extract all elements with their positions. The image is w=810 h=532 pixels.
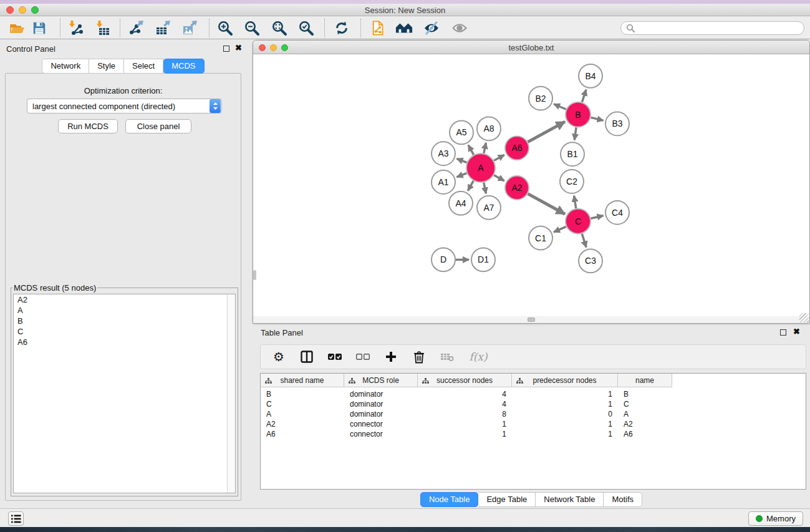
graph-edge-A-A6[interactable] xyxy=(494,155,504,160)
control-panel-close-icon[interactable]: ✖ xyxy=(235,45,242,51)
horizontal-scrollbar[interactable] xyxy=(253,316,809,323)
graph-edge-B-B3[interactable] xyxy=(591,117,603,120)
graph-node-A[interactable]: A xyxy=(466,153,495,182)
save-session-icon[interactable] xyxy=(31,19,48,37)
column-header-successor-nodes[interactable]: successor nodes xyxy=(418,374,512,387)
table-cell[interactable]: C xyxy=(261,400,344,409)
column-header-name[interactable]: name xyxy=(618,374,672,387)
mcds-result-item[interactable]: B xyxy=(14,316,235,326)
graph-edge-C-C4[interactable] xyxy=(591,216,603,218)
unselect-all-columns-icon[interactable] xyxy=(355,349,370,364)
table-cell[interactable]: 1 xyxy=(418,420,512,428)
table-cell[interactable]: dominator xyxy=(344,400,418,409)
share-document-icon[interactable] xyxy=(370,19,387,37)
graph-edge-B-B2[interactable] xyxy=(554,104,566,109)
hide-graphics-details-icon[interactable] xyxy=(423,19,440,37)
graph-node-D[interactable]: D xyxy=(432,248,455,272)
table-cell[interactable]: 0 xyxy=(512,410,618,418)
tab-motifs[interactable]: Motifs xyxy=(604,492,642,507)
table-cell[interactable]: dominator xyxy=(344,390,418,399)
graph-node-B3[interactable]: B3 xyxy=(605,112,629,136)
tab-select[interactable]: Select xyxy=(124,59,163,74)
table-cell[interactable]: A6 xyxy=(618,430,672,438)
control-panel-float-icon[interactable] xyxy=(223,46,229,52)
graph-edge-A-A2[interactable] xyxy=(494,175,504,181)
graph-node-C1[interactable]: C1 xyxy=(529,226,552,250)
export-image-icon[interactable] xyxy=(181,19,198,37)
task-history-button[interactable] xyxy=(8,511,24,526)
select-all-columns-icon[interactable] xyxy=(327,349,342,364)
column-header-predecessor-nodes[interactable]: predecessor nodes xyxy=(512,374,618,387)
table-cell[interactable]: A xyxy=(618,410,672,418)
column-header-shared-name[interactable]: shared name xyxy=(261,374,344,387)
table-cell[interactable]: dominator xyxy=(344,410,418,418)
table-cell[interactable]: 4 xyxy=(418,390,512,399)
criterion-dropdown[interactable]: largest connected component (directed) xyxy=(27,99,222,114)
graph-node-A7[interactable]: A7 xyxy=(477,196,501,220)
table-cell[interactable]: 1 xyxy=(512,420,618,428)
settings-gear-icon[interactable]: ⚙ xyxy=(271,349,286,364)
memory-button[interactable]: Memory xyxy=(748,511,803,526)
network-graph[interactable]: AA1A2A3A4A5A6A7A8BB1B2B3B4CC1C2C3C4DD1 xyxy=(253,54,809,316)
graph-node-A6[interactable]: A6 xyxy=(505,136,529,160)
graph-node-A1[interactable]: A1 xyxy=(432,170,455,194)
table-row[interactable]: Adominator80A xyxy=(261,409,806,419)
list-scrollbar[interactable] xyxy=(227,294,235,493)
table-cell[interactable]: C xyxy=(618,400,672,409)
graph-edge-C-C3[interactable] xyxy=(582,234,586,248)
import-network-icon[interactable] xyxy=(67,19,84,37)
graph-edge-A2-C[interactable] xyxy=(528,194,565,215)
zoom-fit-icon[interactable] xyxy=(271,19,288,37)
graph-edge-C-C1[interactable] xyxy=(554,226,566,232)
tab-node-table[interactable]: Node Table xyxy=(420,492,479,507)
graph-node-C3[interactable]: C3 xyxy=(579,249,602,273)
column-layout-icon[interactable] xyxy=(299,349,314,364)
table-cell[interactable]: connector xyxy=(344,430,418,438)
search-input[interactable] xyxy=(638,24,799,32)
table-cell[interactable]: A2 xyxy=(261,420,344,428)
table-cell[interactable]: A xyxy=(261,410,344,418)
tab-edge-table[interactable]: Edge Table xyxy=(478,492,536,507)
table-panel-close-icon[interactable]: ✖ xyxy=(793,329,800,335)
table-cell[interactable]: 1 xyxy=(512,430,618,438)
tab-network[interactable]: Network xyxy=(42,59,89,74)
window-resize-grip[interactable] xyxy=(799,313,809,322)
graph-node-C[interactable]: C xyxy=(566,209,591,234)
network-canvas[interactable]: AA1A2A3A4A5A6A7A8BB1B2B3B4CC1C2C3C4DD1 xyxy=(253,54,809,316)
tab-mcds[interactable]: MCDS xyxy=(163,59,204,74)
tab-network-table[interactable]: Network Table xyxy=(536,492,604,507)
zoom-selected-icon[interactable] xyxy=(297,19,315,37)
graph-edge-A-A7[interactable] xyxy=(484,183,486,194)
table-cell[interactable]: B xyxy=(618,390,672,399)
mcds-result-item[interactable]: A2 xyxy=(14,294,235,305)
search-field[interactable] xyxy=(620,21,804,35)
graph-edge-A6-B[interactable] xyxy=(528,122,565,142)
open-session-icon[interactable] xyxy=(9,19,26,37)
table-cell[interactable]: B xyxy=(261,390,344,399)
table-cell[interactable]: 1 xyxy=(418,430,512,438)
export-network-icon[interactable] xyxy=(127,19,145,37)
graph-node-C2[interactable]: C2 xyxy=(560,170,584,193)
network-window-title-bar[interactable]: testGlobe.txt xyxy=(253,41,809,54)
table-cell[interactable]: 1 xyxy=(512,400,618,409)
column-header-mcds-role[interactable]: MCDS role xyxy=(344,374,418,387)
graph-node-B2[interactable]: B2 xyxy=(529,87,552,110)
graph-edge-A-A5[interactable] xyxy=(468,145,474,155)
export-table-icon[interactable] xyxy=(154,19,171,37)
table-row[interactable]: A6connector11A6 xyxy=(261,429,806,439)
mcds-result-list[interactable]: A2ABCA6 xyxy=(13,294,236,493)
graph-node-A2[interactable]: A2 xyxy=(505,176,529,200)
tab-style[interactable]: Style xyxy=(89,59,124,74)
delete-column-icon[interactable] xyxy=(412,349,427,364)
mcds-result-item[interactable]: A xyxy=(14,305,235,316)
add-column-icon[interactable] xyxy=(383,349,398,364)
graph-node-A8[interactable]: A8 xyxy=(477,117,501,141)
eye-icon[interactable] xyxy=(451,19,468,37)
mcds-result-item[interactable]: C xyxy=(14,326,235,337)
graph-node-A4[interactable]: A4 xyxy=(449,191,473,215)
table-row[interactable]: A2connector11A2 xyxy=(261,419,806,429)
table-panel-float-icon[interactable] xyxy=(780,329,786,336)
mcds-result-item[interactable]: A6 xyxy=(14,337,235,347)
table-cell[interactable]: 8 xyxy=(418,410,512,418)
table-row[interactable]: Bdominator41B xyxy=(261,389,806,399)
